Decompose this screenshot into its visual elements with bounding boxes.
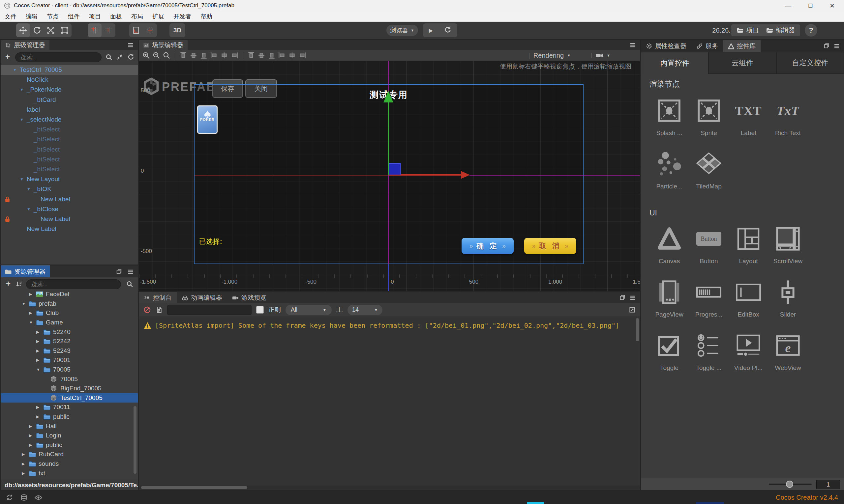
assets-scrollbar[interactable] — [134, 406, 137, 474]
asset-node[interactable]: 70005 — [1, 374, 138, 384]
library-item-scrollview[interactable]: ScrollView — [768, 224, 808, 278]
console-log-area[interactable]: [SpriteAtlas import] Some of the frame k… — [139, 317, 640, 485]
hierarchy-node[interactable]: ▼New Layout — [1, 174, 138, 184]
menu-节点[interactable]: 节点 — [42, 13, 63, 20]
hierarchy-node[interactable]: ▼_selectNode — [1, 115, 138, 125]
asset-node[interactable]: ▶52243 — [1, 346, 138, 356]
align-left-icon[interactable] — [210, 51, 218, 59]
console-hscrollbar[interactable] — [141, 486, 247, 489]
hierarchy-menu-icon[interactable] — [127, 42, 134, 49]
distribute-vcenter-icon[interactable] — [258, 51, 265, 59]
menu-开发者[interactable]: 开发者 — [169, 13, 196, 20]
move-tool-button[interactable] — [16, 23, 30, 37]
clear-console-icon[interactable] — [143, 306, 151, 313]
align-top-icon[interactable] — [179, 51, 187, 59]
console-warning-row[interactable]: [SpriteAtlas import] Some of the frame k… — [143, 322, 619, 329]
hierarchy-node[interactable]: New Label — [1, 224, 138, 234]
menu-扩展[interactable]: 扩展 — [148, 13, 169, 20]
library-item-layout[interactable]: Layout — [729, 224, 768, 278]
asset-node[interactable]: ▶sounds — [1, 459, 138, 469]
tab-scene-editor[interactable]: 场景编辑器 — [139, 40, 188, 50]
distribute-top-icon[interactable] — [247, 51, 255, 59]
menu-帮助[interactable]: 帮助 — [196, 13, 217, 20]
library-item-slider[interactable]: Slider — [768, 278, 808, 331]
zoom-value[interactable]: 1 — [816, 480, 840, 489]
subtab-自定义控件[interactable]: 自定义控件 — [776, 52, 844, 74]
library-item-editbox[interactable]: EditBox — [729, 278, 768, 331]
subtab-内置控件[interactable]: 内置控件 — [641, 52, 708, 74]
tab-游戏预览[interactable]: 游戏预览 — [227, 292, 271, 303]
library-item-toggle[interactable]: Toggle ... — [689, 331, 729, 385]
maximize-button[interactable]: □ — [809, 2, 812, 9]
gizmo-y-arrow-icon[interactable] — [383, 91, 393, 103]
rotate-tool-button[interactable] — [30, 23, 44, 37]
undock-panel-icon[interactable] — [824, 43, 829, 49]
close-button[interactable]: ✕ — [829, 2, 835, 10]
poker-card-sprite[interactable]: ♠ POKER — [197, 105, 218, 134]
ok-game-button[interactable]: »确 定» — [462, 238, 514, 254]
distribute-bottom-icon[interactable] — [268, 51, 276, 59]
library-item-video-pl[interactable]: Video Pl... — [729, 331, 768, 385]
assets-menu-icon[interactable] — [127, 268, 134, 275]
scene-viewport[interactable]: 使用鼠标右键平移视窗焦点，使用滚轮缩放视图 PREFAB 保存 关闭 测试专用 … — [139, 61, 640, 291]
refresh-icon[interactable] — [127, 54, 134, 60]
library-item-progres[interactable]: Progres... — [689, 278, 729, 331]
library-item-tiledmap[interactable]: TiledMap — [689, 150, 729, 203]
anchor-gizmo-button[interactable] — [88, 23, 102, 37]
asset-node[interactable]: ▼70005 — [1, 365, 138, 375]
sphere-gizmo-button[interactable] — [143, 23, 157, 37]
auto-refresh-icon[interactable] — [6, 494, 13, 501]
asset-node[interactable]: ▶FaceDef — [1, 290, 138, 299]
asset-node[interactable]: ▶70001 — [1, 356, 138, 365]
asset-node[interactable]: ▶public — [1, 440, 138, 450]
anchor-center-button[interactable] — [102, 23, 115, 37]
hierarchy-node[interactable]: New Label — [1, 194, 138, 204]
hierarchy-node[interactable]: NoClick — [1, 75, 138, 85]
open-editor-button[interactable]: 编辑器 — [761, 24, 800, 36]
log-file-icon[interactable] — [156, 306, 162, 313]
asset-node[interactable]: BigEnd_70005 — [1, 384, 138, 393]
asset-node[interactable]: ▶52240 — [1, 327, 138, 337]
preview-target-dropdown[interactable]: 浏览器▼ — [386, 25, 418, 36]
log-level-dropdown[interactable]: All▼ — [286, 305, 332, 315]
subtab-云组件[interactable]: 云组件 — [708, 52, 776, 74]
distribute-hcenter-icon[interactable] — [288, 51, 296, 59]
library-item-splash[interactable]: Splash ... — [650, 96, 689, 150]
library-item-sprite[interactable]: Sprite — [689, 96, 729, 150]
console-vscrollbar[interactable] — [636, 318, 639, 341]
menu-项目[interactable]: 项目 — [84, 13, 105, 20]
console-filter-input[interactable] — [167, 305, 252, 315]
hierarchy-node[interactable]: ▼_btOK — [1, 184, 138, 194]
asset-node[interactable]: ▶txt — [1, 468, 138, 478]
align-right-icon[interactable] — [230, 51, 238, 59]
play-button[interactable]: ▶ — [429, 28, 433, 34]
rendering-dropdown[interactable]: | Rendering▼ — [529, 52, 571, 59]
library-item-pageview[interactable]: PageView — [650, 278, 689, 331]
hierarchy-node[interactable]: ▼_btClose — [1, 204, 138, 214]
rect-tool-button[interactable] — [58, 23, 71, 37]
hierarchy-node[interactable]: _btCard — [1, 95, 138, 105]
tab-hierarchy[interactable]: 层级管理器 — [1, 40, 49, 50]
menu-布局[interactable]: 布局 — [126, 13, 148, 20]
align-vcenter-icon[interactable] — [190, 51, 197, 59]
cancel-game-button[interactable]: »取 消» — [524, 238, 576, 254]
tab-动画编辑器[interactable]: 动画编辑器 — [177, 292, 227, 303]
hierarchy-node[interactable]: ▼_PokerNode — [1, 85, 138, 94]
asset-node[interactable]: ▶70011 — [1, 402, 138, 412]
tab-控制台[interactable]: 控制台 — [139, 292, 177, 303]
collapse-all-icon[interactable] — [116, 54, 123, 60]
asset-node[interactable]: ▶public — [1, 412, 138, 422]
add-asset-button[interactable]: + — [6, 279, 11, 288]
rect-gizmo-button[interactable] — [129, 23, 143, 37]
gizmo-origin-handle[interactable] — [389, 163, 401, 175]
hierarchy-node[interactable]: ▼TestCtrl_70005 — [1, 65, 138, 75]
database-icon[interactable] — [20, 494, 28, 501]
menu-组件[interactable]: 组件 — [63, 13, 84, 20]
font-size-dropdown[interactable]: 14▼ — [347, 305, 382, 315]
library-item-button[interactable]: ButtonButton — [689, 224, 729, 278]
menu-文件[interactable]: 文件 — [0, 13, 21, 20]
asset-node[interactable]: ▶RubCard — [1, 450, 138, 459]
library-item-label[interactable]: TXTLabel — [729, 96, 768, 150]
panel-menu-icon[interactable] — [833, 43, 840, 49]
hierarchy-node[interactable]: label — [1, 105, 138, 115]
